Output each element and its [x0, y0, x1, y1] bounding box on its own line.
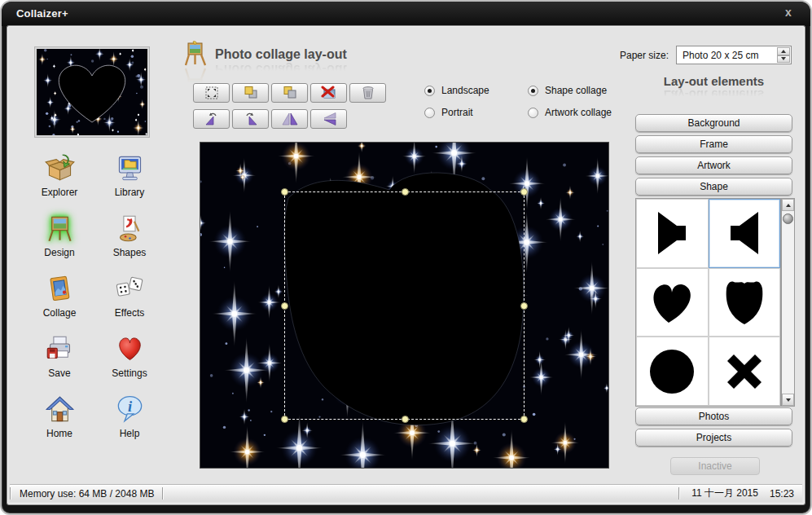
projects-button[interactable]: Projects — [635, 429, 792, 447]
shape-selection-rect[interactable] — [284, 191, 525, 420]
transform-button[interactable] — [193, 83, 230, 103]
spin-up-button[interactable] — [777, 47, 790, 55]
status-date: 11 十一月 2015 — [691, 486, 758, 500]
collage-thumbnail[interactable] — [35, 47, 149, 137]
sidebar-item-home[interactable]: Home — [24, 394, 94, 444]
content-area: Explorer Library — [7, 26, 805, 504]
shape-circle[interactable] — [636, 337, 709, 406]
handle-top-right[interactable] — [520, 188, 528, 196]
framed-picture-icon — [45, 274, 75, 304]
bring-to-front-button[interactable] — [232, 83, 269, 103]
shape-list-scrollbar[interactable] — [781, 198, 795, 407]
shape-shield[interactable] — [709, 268, 781, 337]
status-datetime: 11 十一月 2015 15:23 — [678, 486, 802, 500]
toolbar-row-2 — [193, 109, 347, 129]
radio-shape-collage[interactable]: Shape collage — [528, 85, 612, 96]
frame-button[interactable]: Frame — [635, 135, 792, 153]
page-title-reflection: Photo collage lay-out — [215, 62, 347, 77]
toolbar-row-1 — [193, 83, 386, 103]
sidebar-item-shapes[interactable]: Shapes — [94, 213, 165, 263]
status-bar: Memory use: 64 MB / 2048 MB 11 十一月 2015 … — [10, 484, 802, 502]
spin-down-button[interactable] — [777, 55, 790, 64]
sidebar-item-settings[interactable]: Settings — [94, 334, 165, 384]
title-bar: Collaizer+ x — [2, 2, 810, 26]
heart-icon — [115, 334, 145, 364]
sidebar-item-help[interactable]: i Help — [94, 394, 165, 444]
photos-button[interactable]: Photos — [635, 407, 792, 425]
monitor-folder-icon — [115, 153, 145, 183]
speaker-right-shape-icon — [647, 209, 697, 258]
sidebar-item-collage[interactable]: Collage — [24, 274, 94, 324]
trash-button[interactable] — [349, 83, 386, 103]
flip-horizontal-icon — [281, 112, 299, 126]
paper-size-spinner — [777, 47, 790, 63]
radio-dot — [528, 108, 538, 118]
shape-button[interactable]: Shape — [635, 178, 792, 196]
memory-usage: Memory use: 64 MB / 2048 MB — [11, 488, 162, 500]
close-button[interactable]: x — [779, 6, 797, 22]
background-button[interactable]: Background — [635, 114, 792, 132]
sidebar-item-design[interactable]: Design — [24, 213, 94, 263]
radio-label: Landscape — [441, 85, 489, 96]
dice-icon — [115, 274, 145, 304]
shape-heart[interactable] — [636, 268, 709, 337]
handle-bottom-right[interactable] — [520, 416, 528, 423]
handle-top-left[interactable] — [281, 188, 288, 196]
flip-horizontal-button[interactable] — [271, 109, 308, 129]
rotate-right-icon — [242, 112, 260, 126]
shape-speaker-right[interactable] — [636, 199, 709, 268]
bring-to-front-icon — [242, 86, 260, 100]
radio-portrait[interactable]: Portrait — [424, 107, 489, 118]
sidebar-label: Library — [115, 187, 145, 198]
inactive-button: Inactive — [670, 457, 760, 475]
heart-shape-icon — [647, 278, 697, 327]
shape-speaker-left[interactable] — [709, 199, 781, 268]
flip-vertical-icon — [320, 112, 338, 126]
paper-size-combo[interactable]: Photo 20 x 25 cm — [676, 46, 792, 64]
sidebar-item-library[interactable]: Library — [94, 153, 165, 203]
radio-label: Shape collage — [545, 85, 607, 96]
shape-cross[interactable] — [709, 337, 781, 406]
layout-elements-title-reflection: Lay-out elements — [635, 88, 792, 102]
paper-size-value: Photo 20 x 25 cm — [683, 50, 758, 61]
collage-preview[interactable] — [200, 142, 609, 469]
status-time: 15:23 — [770, 488, 794, 500]
scroll-down-button[interactable] — [782, 394, 794, 406]
status-separator — [162, 487, 164, 500]
sidebar-item-explorer[interactable]: Explorer — [24, 153, 94, 203]
easel-painting-icon — [45, 213, 75, 244]
trash-icon — [359, 86, 377, 100]
radio-dot — [424, 108, 435, 118]
rotate-left-button[interactable] — [193, 109, 230, 129]
up-arrow-icon — [786, 204, 791, 207]
info-balloon-icon: i — [115, 394, 145, 425]
handle-bottom-mid[interactable] — [402, 416, 409, 423]
sidebar-item-save[interactable]: Save — [24, 334, 94, 384]
radio-dot — [528, 86, 538, 96]
radio-landscape[interactable]: Landscape — [424, 85, 489, 96]
scrollbar-thumb[interactable] — [783, 213, 793, 224]
handle-mid-left[interactable] — [281, 302, 288, 310]
transform-icon — [203, 86, 221, 100]
handle-top-mid[interactable] — [402, 188, 409, 196]
sidebar-label: Effects — [115, 307, 144, 319]
cross-shape-icon — [719, 347, 770, 396]
speaker-left-shape-icon — [719, 209, 770, 258]
sidebar-label: Settings — [112, 368, 147, 379]
down-arrow-icon — [781, 57, 786, 60]
handle-bottom-left[interactable] — [281, 416, 288, 423]
orientation-group: Landscape Portrait — [424, 85, 489, 118]
handle-mid-right[interactable] — [520, 302, 528, 310]
send-to-back-button[interactable] — [271, 83, 308, 103]
rotate-right-button[interactable] — [232, 109, 269, 129]
sidebar-nav: Explorer Library — [24, 153, 165, 444]
scroll-up-button[interactable] — [782, 199, 794, 211]
artwork-button[interactable]: Artwork — [635, 156, 792, 174]
sidebar-label: Home — [46, 428, 72, 439]
easel-page-icon — [183, 41, 208, 67]
radio-artwork-collage[interactable]: Artwork collage — [528, 107, 612, 118]
sidebar-item-effects[interactable]: Effects — [94, 274, 165, 324]
delete-image-button[interactable] — [310, 83, 347, 103]
flip-vertical-button[interactable] — [310, 109, 347, 129]
svg-text:i: i — [127, 398, 132, 415]
